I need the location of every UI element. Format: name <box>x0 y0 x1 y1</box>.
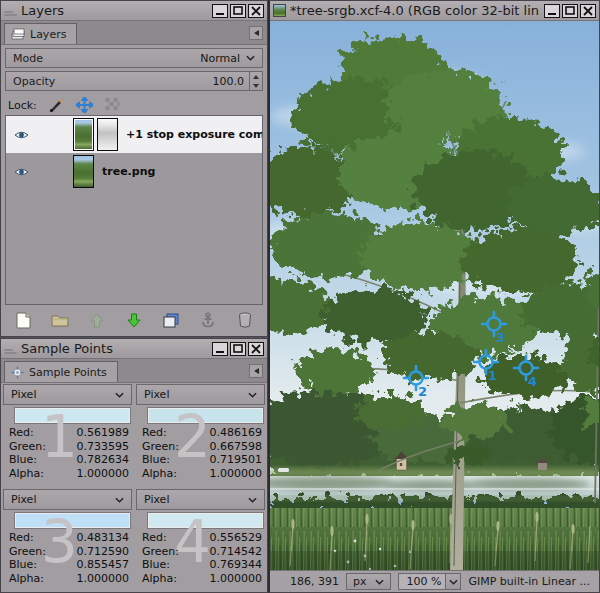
layers-window: Layers Layers Mode Normal Opacity 100.0 … <box>0 0 268 337</box>
channel-label: Blue: <box>142 558 170 572</box>
tab-sample-points-label: Sample Points <box>29 366 107 379</box>
delete-layer-button[interactable] <box>235 310 255 330</box>
sample-points-grid: 1 Pixel Red:0.561989 Green:0.733595 Blue… <box>3 384 265 589</box>
new-page-icon <box>16 312 31 329</box>
crosshair-icon <box>11 366 24 379</box>
channel-value: 0.556529 <box>210 531 263 545</box>
zoom-input[interactable]: 100 % <box>398 573 446 590</box>
close-icon[interactable] <box>248 342 264 356</box>
image-titlebar[interactable]: *tree-srgb.xcf-4.0 (RGB color 32-bit lin <box>270 1 599 21</box>
sample-point-panel-3: 3 Pixel Red:0.483134 Green:0.712590 Blue… <box>3 489 132 589</box>
minimize-icon[interactable] <box>544 4 560 18</box>
opacity-value: 100.0 <box>213 75 245 88</box>
duplicate-layer-button[interactable] <box>161 310 181 330</box>
tab-sample-points[interactable]: Sample Points <box>4 361 118 382</box>
sample-points-window-title: Sample Points <box>21 341 212 356</box>
gimp-image-icon <box>273 4 286 17</box>
spinner-down-icon[interactable] <box>250 81 262 90</box>
unit-value: px <box>353 575 367 588</box>
dockable-menu-button[interactable] <box>249 364 263 378</box>
foreground-grass <box>270 508 599 572</box>
visibility-toggle[interactable] <box>9 130 33 140</box>
raise-layer-button[interactable] <box>87 310 107 330</box>
layer-row-tree[interactable]: tree.png <box>6 153 262 190</box>
opacity-spinner[interactable] <box>249 72 262 90</box>
channel-row: Red:0.486169 <box>136 426 265 440</box>
channel-row: Red:0.561989 <box>3 426 132 440</box>
sample-points-window: Sample Points Sample Points 1 Pixel Red:… <box>0 338 268 593</box>
anchor-layer-button[interactable] <box>198 310 218 330</box>
close-icon[interactable] <box>580 4 596 18</box>
lock-label: Lock: <box>8 99 37 112</box>
channel-label: Red: <box>142 531 167 545</box>
left-triangle-icon <box>254 30 259 36</box>
sample-mode-combo[interactable]: Pixel <box>136 489 265 510</box>
layer-name[interactable]: +1 stop exposure comp <box>126 128 263 141</box>
layer-name[interactable]: tree.png <box>102 165 155 178</box>
chevron-down-icon <box>375 579 384 585</box>
opacity-slider[interactable]: Opacity 100.0 <box>5 71 263 91</box>
unit-combo[interactable]: px <box>346 573 392 590</box>
marker-number: 1 <box>488 368 497 383</box>
maximize-icon[interactable] <box>230 342 246 356</box>
image-window-title: *tree-srgb.xcf-4.0 (RGB color 32-bit lin <box>290 3 544 18</box>
channel-row: Blue:0.782634 <box>3 453 132 467</box>
layer-thumbnail[interactable] <box>73 155 94 188</box>
channel-value: 0.561989 <box>77 426 130 440</box>
lock-move-icon[interactable] <box>76 97 93 113</box>
lower-layer-button[interactable] <box>124 310 144 330</box>
visibility-toggle[interactable] <box>9 167 33 177</box>
close-icon[interactable] <box>248 4 264 18</box>
marker-number: 4 <box>528 374 537 389</box>
mode-value: Normal <box>200 52 240 65</box>
channel-label: Green: <box>9 440 46 454</box>
tab-layers[interactable]: Layers <box>4 23 77 44</box>
layer-mode-combo[interactable]: Mode Normal <box>5 48 263 68</box>
channel-row: Green:0.714542 <box>136 545 265 559</box>
minimize-icon[interactable] <box>212 342 228 356</box>
minimize-icon[interactable] <box>212 4 228 18</box>
zoom-control: 100 % <box>398 573 461 590</box>
channel-row: Blue:0.769344 <box>136 558 265 572</box>
image-canvas[interactable]: 1 2 3 <box>270 21 599 572</box>
layer-row-exposure[interactable]: +1 stop exposure comp <box>6 116 262 153</box>
chevron-down-icon <box>115 497 124 503</box>
new-layer-button[interactable] <box>13 310 33 330</box>
layers-titlebar[interactable]: Layers <box>1 1 267 21</box>
channel-row: Blue:0.719501 <box>136 453 265 467</box>
channel-label: Blue: <box>142 453 170 467</box>
maximize-icon[interactable] <box>230 4 246 18</box>
sample-points-titlebar[interactable]: Sample Points <box>1 339 267 359</box>
sample-mode-combo[interactable]: Pixel <box>3 489 132 510</box>
layer-thumbnail[interactable] <box>73 118 94 151</box>
spinner-up-icon[interactable] <box>250 72 262 81</box>
opacity-label: Opacity <box>13 75 55 88</box>
channel-label: Alpha: <box>142 572 177 586</box>
channel-row: Green:0.712590 <box>3 545 132 559</box>
statusbar: 186, 391 px 100 % GIMP built-in Linear .… <box>270 570 599 592</box>
channel-row: Green:0.667598 <box>136 440 265 454</box>
lock-row: Lock: <box>8 95 260 115</box>
lock-alpha-icon[interactable] <box>104 97 121 113</box>
channel-label: Green: <box>142 440 179 454</box>
sample-mode-value: Pixel <box>144 493 169 506</box>
layers-toolbar <box>5 307 263 333</box>
layer-mask-thumbnail[interactable] <box>97 118 118 151</box>
channel-row: Red:0.483134 <box>3 531 132 545</box>
dockable-menu-button[interactable] <box>249 26 263 40</box>
layer-list[interactable]: +1 stop exposure comp tree.png <box>5 115 263 305</box>
sample-point-panel-4: 4 Pixel Red:0.556529 Green:0.714542 Blue… <box>136 489 265 589</box>
sample-mode-combo[interactable]: Pixel <box>136 384 265 405</box>
sample-mode-combo[interactable]: Pixel <box>3 384 132 405</box>
maximize-icon[interactable] <box>562 4 578 18</box>
sample-points-tabbar: Sample Points <box>1 359 267 383</box>
arrow-up-icon <box>90 313 104 328</box>
dock-window-icon <box>4 344 17 354</box>
lock-paint-icon[interactable] <box>48 97 65 113</box>
tree-photo: 1 2 3 <box>270 21 599 572</box>
chevron-down-icon <box>246 55 255 61</box>
chevron-down-icon <box>248 392 257 398</box>
trash-icon <box>238 312 252 328</box>
zoom-dropdown-button[interactable] <box>446 573 461 590</box>
new-group-button[interactable] <box>50 310 70 330</box>
